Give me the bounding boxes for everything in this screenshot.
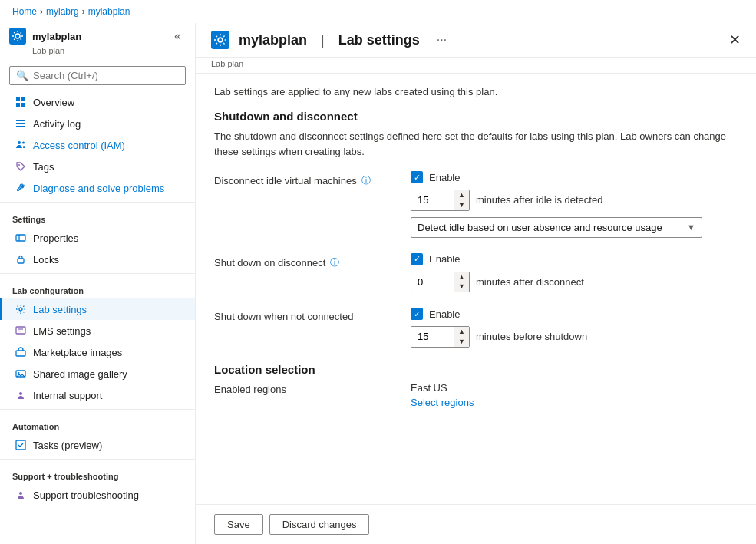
header-sub: Lab plan — [196, 58, 756, 74]
sidebar-item-access-control[interactable]: Access control (IAM) — [0, 134, 195, 156]
content-header: mylabplan | Lab settings ··· ✕ — [196, 23, 756, 58]
sidebar-item-tasks-label: Tasks (preview) — [33, 440, 102, 451]
sidebar-item-locks[interactable]: Locks — [0, 249, 195, 270]
disconnect-idle-unit: minutes after idle is detected — [476, 194, 602, 206]
disconnect-idle-enable-row: ✓ Enable — [411, 171, 702, 183]
shutdown-disconnect-unit: minutes after disconnect — [476, 276, 584, 288]
spinner-btns: ▲ ▼ — [454, 190, 469, 210]
shutdown-disconnect-info-icon[interactable]: ⓘ — [330, 256, 339, 269]
sidebar-item-internal-support[interactable]: Internal support — [0, 384, 195, 406]
shutdown-disconnect-input[interactable] — [411, 272, 454, 292]
shutdown-not-connected-row: Shut down when not connected ✓ Enable — [214, 308, 738, 348]
sidebar-item-overview[interactable]: Overview — [0, 91, 195, 113]
svg-point-21 — [19, 392, 22, 395]
svg-point-23 — [19, 492, 22, 495]
tag-icon — [15, 160, 27, 173]
svg-rect-22 — [16, 440, 25, 450]
sidebar-item-support-troubleshooting[interactable]: Support troubleshooting — [0, 484, 195, 506]
people-icon — [15, 139, 27, 151]
svg-point-24 — [218, 38, 223, 42]
sidebar-scroll: Overview Activity log Access control (IA… — [0, 91, 195, 532]
disconnect-idle-up-btn[interactable]: ▲ — [454, 190, 469, 200]
shutdown-not-connected-checkbox[interactable]: ✓ — [411, 308, 423, 320]
disconnect-idle-row: Disconnect idle virtual machines ⓘ ✓ Ena… — [214, 171, 738, 238]
sidebar-item-lms-settings[interactable]: LMS settings — [0, 320, 195, 341]
disconnect-idle-input[interactable] — [411, 190, 454, 210]
disconnect-idle-down-btn[interactable]: ▼ — [454, 200, 469, 210]
discard-button[interactable]: Discard changes — [269, 514, 370, 535]
sidebar-item-gallery-label: Shared image gallery — [33, 368, 127, 380]
detect-method-arrow-icon: ▼ — [687, 223, 695, 232]
detect-method-dropdown[interactable]: Detect idle based on user absence and re… — [411, 217, 702, 238]
automation-section-label: Automation — [0, 413, 195, 434]
shutdown-not-connected-down-btn[interactable]: ▼ — [454, 337, 469, 347]
svg-point-14 — [19, 308, 22, 311]
select-regions-link[interactable]: Select regions — [411, 397, 474, 408]
detect-method-value: Detect idle based on user absence and re… — [418, 222, 662, 233]
search-input[interactable] — [33, 70, 179, 81]
sidebar-resource-title: mylabplan — [32, 31, 81, 42]
disconnect-idle-label: Disconnect idle virtual machines ⓘ — [214, 171, 398, 187]
header-close-button[interactable]: ✕ — [729, 31, 741, 48]
enabled-regions-value-container: East US Select regions — [411, 382, 474, 408]
shutdown-disconnect-down-btn[interactable]: ▼ — [454, 282, 469, 292]
shutdown-disconnect-check-mark: ✓ — [414, 254, 421, 264]
breadcrumb-mylabplan[interactable]: mylabplan — [88, 6, 130, 17]
shutdown-not-connected-input[interactable] — [411, 327, 454, 347]
search-icon: 🔍 — [16, 70, 28, 81]
shutdown-not-connected-check-mark: ✓ — [414, 309, 421, 319]
sidebar-item-tasks[interactable]: Tasks (preview) — [0, 434, 195, 456]
breadcrumb-home[interactable]: Home — [12, 6, 37, 17]
sidebar-item-tags[interactable]: Tags — [0, 156, 195, 177]
shutdown-not-connected-up-btn[interactable]: ▲ — [454, 327, 469, 337]
enabled-regions-value: East US — [411, 382, 474, 394]
disconnect-idle-info-icon[interactable]: ⓘ — [361, 174, 371, 187]
sidebar-resource-type: Lab plan — [0, 46, 195, 60]
support-section-label: Support + troubleshooting — [0, 463, 195, 484]
sidebar-item-shared-image-gallery[interactable]: Shared image gallery — [0, 363, 195, 384]
disconnect-idle-controls: ✓ Enable ▲ ▼ — [411, 171, 702, 238]
svg-rect-11 — [16, 235, 25, 241]
gear-icon — [15, 303, 27, 315]
marketplace-icon — [15, 346, 27, 358]
sidebar-item-marketplace-images[interactable]: Marketplace images — [0, 341, 195, 363]
shutdown-disconnect-label: Shut down on disconnect ⓘ — [214, 253, 398, 269]
gear-small-icon — [12, 31, 23, 41]
sidebar-item-lab-settings[interactable]: Lab settings — [0, 298, 195, 320]
app-container: Home › mylabrg › mylabplan mylabplan « L… — [0, 0, 756, 544]
sidebar-item-iam-label: Access control (IAM) — [33, 140, 125, 151]
svg-rect-15 — [16, 327, 25, 334]
breadcrumb: Home › mylabrg › mylabplan — [0, 0, 756, 23]
sidebar-item-activity-log[interactable]: Activity log — [0, 113, 195, 134]
location-row: Enabled regions East US Select regions — [214, 382, 738, 408]
shutdown-disconnect-controls: ✓ Enable ▲ ▼ — [411, 253, 584, 293]
disconnect-idle-checkbox[interactable]: ✓ — [411, 171, 423, 183]
shutdown-disconnect-spinner-btns: ▲ ▼ — [454, 272, 469, 292]
breadcrumb-mylabrg[interactable]: mylabrg — [46, 6, 79, 17]
resource-icon — [9, 28, 26, 45]
wrench-icon — [15, 182, 27, 194]
sidebar-item-diagnose[interactable]: Diagnose and solve problems — [0, 177, 195, 199]
shutdown-not-connected-spinner: ▲ ▼ — [411, 326, 470, 348]
shutdown-disconnect-up-btn[interactable]: ▲ — [454, 272, 469, 282]
content-area: mylabplan | Lab settings ··· ✕ Lab plan … — [196, 23, 756, 544]
sidebar-collapse-button[interactable]: « — [170, 28, 186, 45]
svg-point-8 — [18, 141, 21, 144]
save-button[interactable]: Save — [214, 514, 263, 535]
sidebar-item-overview-label: Overview — [33, 97, 74, 108]
sidebar-item-properties[interactable]: Properties — [0, 227, 195, 249]
shutdown-disconnect-checkbox[interactable]: ✓ — [411, 253, 423, 265]
disconnect-idle-spinner: ▲ ▼ — [411, 190, 470, 211]
divider-3 — [0, 409, 195, 410]
svg-rect-1 — [16, 97, 20, 101]
lms-icon — [15, 325, 27, 337]
shutdown-not-connected-spinner-btns: ▲ ▼ — [454, 327, 469, 347]
header-more-button[interactable]: ··· — [437, 33, 447, 47]
svg-rect-6 — [16, 123, 25, 124]
header-resource-icon — [211, 31, 229, 49]
svg-rect-3 — [16, 103, 20, 107]
gallery-icon — [15, 368, 27, 380]
sidebar-item-locks-label: Locks — [33, 254, 59, 265]
sidebar-item-tags-label: Tags — [33, 161, 54, 173]
location-section-title: Location selection — [214, 363, 738, 376]
